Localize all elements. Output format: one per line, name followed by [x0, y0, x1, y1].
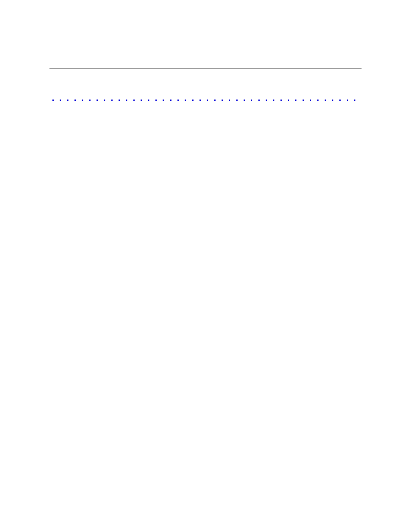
footer-rule [49, 421, 362, 421]
toc-content: . . . . . . . . . . . . . . . . . . . . … [49, 80, 362, 115]
leader-dots: . . . . . . . . . . . . . . . . . . . . … [52, 93, 357, 103]
chapter-heading[interactable]: . . . . . . . . . . . . . . . . . . . . … [49, 93, 362, 103]
page: . . . . . . . . . . . . . . . . . . . . … [0, 0, 411, 532]
header-rule [49, 69, 362, 69]
